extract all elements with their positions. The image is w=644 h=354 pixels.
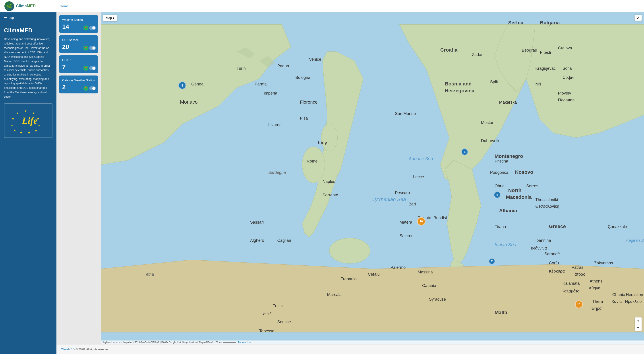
svg-text:Athens: Athens: [590, 279, 602, 284]
main-layout: ⬅ Login ClimaMED Developing and deliveri…: [0, 12, 644, 354]
life-logo: ★ ★ ★ ★ ★ ★ ★ ★ ★ ★ ★ Life: [4, 104, 52, 138]
home-link[interactable]: Home: [60, 4, 69, 8]
svg-text:Bologna: Bologna: [295, 75, 310, 80]
svg-text:San Marino: San Marino: [395, 111, 416, 116]
toggle-icon-gateway-weather-station[interactable]: [89, 86, 96, 90]
star-left-bottom: ★: [13, 129, 16, 132]
footer-brand-link[interactable]: ClimaMED: [61, 348, 74, 351]
svg-text:Greece: Greece: [549, 224, 566, 229]
card-weather-station[interactable]: Weather Station 14 📍: [59, 15, 98, 33]
svg-text:Κέρκυρα: Κέρκυρα: [549, 269, 565, 274]
svg-text:Rome: Rome: [306, 159, 318, 164]
login-button[interactable]: ⬅ Login: [0, 12, 56, 23]
svg-text:Padua: Padua: [278, 64, 289, 68]
map-attribution: Keyboard shortcuts Map data ©2023 GeoBas…: [101, 340, 644, 344]
map-svg: Monaco Genoa Turin Padua Parma Bologna V…: [101, 12, 644, 344]
map-toolbar-button[interactable]: Map ▾: [103, 14, 117, 21]
map-cluster-3[interactable]: 16: [417, 217, 426, 226]
map-cluster-0[interactable]: 3: [178, 82, 186, 90]
svg-point-3: [330, 238, 370, 264]
svg-text:Montenegro: Montenegro: [494, 154, 523, 159]
card-gateway-weather-station[interactable]: Gateway Weather Station 2 📍: [59, 76, 98, 94]
svg-text:Serres: Serres: [526, 184, 538, 188]
expand-icon: ⤢: [636, 16, 640, 20]
svg-text:Θεσσαλονίκη: Θεσσαλονίκη: [535, 204, 559, 208]
svg-text:Ionian Sea: Ionian Sea: [494, 242, 516, 247]
svg-text:Pisa: Pisa: [300, 116, 308, 120]
svg-text:Salerno: Salerno: [400, 233, 414, 238]
svg-text:Livorno: Livorno: [268, 122, 282, 127]
terms-link[interactable]: Terms of Use: [238, 341, 251, 344]
login-icon: ⬅: [4, 16, 7, 20]
star-right: ★: [38, 123, 40, 127]
svg-text:Craiova: Craiova: [558, 46, 572, 50]
toggle-icon-co2-sensor[interactable]: [89, 46, 96, 50]
svg-text:Palermo: Palermo: [390, 265, 406, 270]
card-icons-co2-sensor: 📍: [84, 46, 96, 50]
svg-text:Ηράκλειο: Ηράκλειο: [625, 299, 642, 304]
logo-icon: [4, 1, 14, 11]
card-icons-gateway-weather-station: 📍: [84, 86, 96, 91]
svg-text:Tunis: Tunis: [273, 304, 282, 308]
star-left: ★: [11, 123, 14, 127]
logo-text: ClimaMED: [16, 4, 36, 8]
card-icons-lidar: 📍: [84, 66, 96, 70]
svg-text:Sorrento: Sorrento: [322, 192, 338, 197]
svg-text:Sarandë: Sarandë: [544, 252, 560, 256]
svg-text:etna: etna: [146, 272, 154, 276]
svg-text:Parma: Parma: [254, 82, 267, 86]
zoom-in-button[interactable]: +: [635, 318, 642, 324]
keyboard-shortcuts[interactable]: Keyboard shortcuts: [102, 341, 122, 344]
svg-text:София: София: [562, 75, 576, 80]
svg-text:Florence: Florence: [300, 100, 318, 104]
attribution-text: Map data ©2023 GeoBasis-DE/BKG (©2009), …: [123, 341, 213, 344]
svg-text:Thessaloniki: Thessaloniki: [535, 197, 558, 202]
svg-text:Marsala: Marsala: [327, 292, 342, 297]
sidebar-description: Developing and delivering innovative, re…: [4, 37, 52, 99]
map-cluster-1[interactable]: 6: [461, 148, 468, 156]
zoom-out-button[interactable]: −: [635, 324, 642, 331]
map-expand-button[interactable]: ⤢: [634, 14, 642, 21]
svg-text:Catania: Catania: [422, 283, 436, 288]
svg-text:North: North: [508, 188, 522, 193]
card-co2-sensor[interactable]: CO2 Sensor 20 📍: [59, 35, 98, 53]
card-label-co2-sensor: CO2 Sensor: [62, 38, 95, 42]
svg-text:Kalamata: Kalamata: [562, 281, 580, 286]
svg-text:Makarska: Makarska: [499, 100, 517, 104]
toggle-icon-lidar[interactable]: [89, 66, 96, 70]
footer: ClimaMED © 2020. All rights reserved.: [56, 344, 644, 354]
star-top-left: ★: [16, 111, 19, 115]
svg-text:Cefalú: Cefalú: [368, 272, 380, 276]
svg-text:Messina: Messina: [418, 270, 433, 274]
star-left-top: ★: [12, 117, 14, 120]
svg-text:Tirana: Tirana: [494, 224, 506, 229]
svg-text:Sassari: Sassari: [250, 220, 264, 224]
svg-text:Monaco: Monaco: [180, 99, 198, 105]
dashboard: Weather Station 14 📍 CO2 Sensor 20 📍 LID…: [56, 12, 644, 344]
svg-text:Zadar: Zadar: [472, 52, 482, 57]
svg-text:Corfu: Corfu: [549, 260, 559, 265]
toggle-icon-weather-station[interactable]: [89, 26, 96, 30]
star-right-bottom: ★: [34, 129, 38, 132]
star-top: ★: [24, 109, 27, 113]
location-icon-co2-sensor: 📍: [84, 46, 88, 50]
login-label: Login: [9, 16, 16, 20]
map-cluster-2[interactable]: 6: [494, 191, 501, 198]
svg-text:Herzegovina: Herzegovina: [445, 88, 474, 94]
map-cluster-5[interactable]: 10: [575, 300, 583, 308]
sidebar-title: ClimaMED: [4, 27, 52, 34]
svg-text:Kragujevac: Kragujevac: [535, 66, 556, 70]
star-top-right: ★: [32, 111, 35, 115]
svg-text:Sofia: Sofia: [562, 66, 572, 70]
svg-text:Αθήνα: Αθήνα: [589, 286, 600, 290]
svg-text:Θήρα: Θήρα: [592, 306, 602, 310]
map-cluster-4[interactable]: 2: [488, 258, 495, 264]
svg-text:Heraklion: Heraklion: [626, 292, 643, 297]
svg-text:Mostar: Mostar: [481, 120, 494, 125]
svg-text:Plovdiv: Plovdiv: [558, 91, 571, 96]
svg-text:Sardegna: Sardegna: [268, 170, 286, 175]
card-lidar[interactable]: LIDAR 7 📍: [59, 55, 98, 73]
svg-text:Tyrrhenian Sea: Tyrrhenian Sea: [372, 196, 406, 202]
svg-text:Sousse: Sousse: [278, 320, 291, 324]
location-icon-weather-station: 📍: [84, 26, 88, 30]
